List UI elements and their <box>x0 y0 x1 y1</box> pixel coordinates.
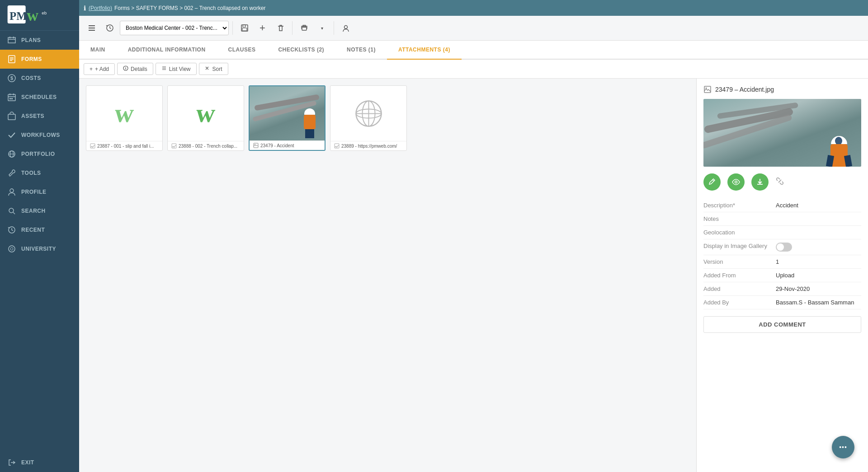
sidebar-label-tools: TOOLS <box>21 170 41 176</box>
sidebar-label-university: UNIVERSITY <box>21 246 56 252</box>
print-dropdown-button[interactable]: ▾ <box>314 20 330 36</box>
thumb-img-2: w <box>168 86 244 141</box>
svg-text:$: $ <box>10 75 14 81</box>
tab-notes[interactable]: NOTES (1) <box>335 41 387 60</box>
add-button[interactable]: + <box>255 20 270 36</box>
tab-main[interactable]: MAIN <box>79 41 117 60</box>
thumb-label-3: 23479 - Accident <box>250 140 325 150</box>
sidebar-item-assets[interactable]: ASSETS <box>0 107 79 126</box>
sidebar-item-university[interactable]: UNIVERSITY <box>0 239 79 258</box>
sidebar-item-plans[interactable]: PLANS <box>0 31 79 50</box>
info-description: Description* Accident <box>703 199 861 212</box>
toolbar-divider-1 <box>232 21 233 35</box>
info-added-by: Added By Bassam.S - Bassam Samman <box>703 296 861 309</box>
user-button[interactable] <box>338 20 354 36</box>
portfolio-link[interactable]: (Portfolio) <box>89 5 112 11</box>
history-button[interactable] <box>102 20 118 36</box>
notes-label: Notes <box>703 215 776 222</box>
tab-attachments[interactable]: ATTACHMENTS (4) <box>387 41 462 60</box>
svg-point-30 <box>255 144 255 145</box>
svg-rect-9 <box>11 98 13 99</box>
info-geolocation: Geolocation <box>703 226 861 239</box>
sub-toolbar: + + Add Details List View Sort <box>79 60 868 79</box>
sidebar-item-profile[interactable]: PROFILE <box>0 182 79 201</box>
attachment-card-1[interactable]: w 23887 - 001 - slip and fall i... <box>86 85 163 151</box>
recent-icon <box>7 225 17 235</box>
assets-icon <box>7 111 17 121</box>
svg-point-38 <box>706 88 707 89</box>
workflows-icon <box>7 130 17 140</box>
save-button[interactable] <box>236 20 252 36</box>
delete-button[interactable] <box>273 20 288 36</box>
sidebar-item-tools[interactable]: TOOLS <box>0 164 79 182</box>
forms-icon <box>7 54 17 64</box>
added-from-label: Added From <box>703 272 776 279</box>
info-notes: Notes <box>703 212 861 226</box>
tab-additional[interactable]: ADDITIONAL INFORMATION <box>117 41 217 60</box>
sidebar-item-forms[interactable]: FORMS <box>0 50 79 69</box>
svg-rect-8 <box>9 98 11 99</box>
sidebar-item-exit[interactable]: EXIT <box>0 453 79 472</box>
attachment-card-3[interactable]: ✓ 23479 - Accident <box>249 85 326 151</box>
thumb-label-4: 23889 - https://pmweb.com/ <box>330 141 406 150</box>
svg-point-17 <box>10 248 13 250</box>
sidebar-label-forms: FORMS <box>21 56 42 62</box>
plans-icon <box>7 35 17 45</box>
hamburger-button[interactable] <box>84 20 99 36</box>
sidebar-item-costs[interactable]: $ COSTS <box>0 69 79 88</box>
add-attachment-button[interactable]: + + Add <box>84 63 115 75</box>
detach-attachment-button[interactable] <box>775 177 784 188</box>
info-display-gallery: Display in Image Gallery <box>703 239 861 255</box>
info-added: Added 29-Nov-2020 <box>703 282 861 296</box>
svg-text:eb: eb <box>42 10 47 15</box>
university-icon <box>7 244 17 254</box>
added-by-label: Added By <box>703 299 776 306</box>
fab-icon: ••• <box>839 444 847 451</box>
view-attachment-button[interactable] <box>727 173 745 191</box>
sidebar-item-portfolio[interactable]: PORTFOLIO <box>0 145 79 164</box>
thumb-img-4 <box>330 86 406 141</box>
geolocation-label: Geolocation <box>703 229 776 236</box>
added-value: 29-Nov-2020 <box>776 285 861 292</box>
download-attachment-button[interactable] <box>751 173 769 191</box>
tab-clauses[interactable]: CLAUSES <box>217 41 267 60</box>
sidebar-item-schedules[interactable]: SCHEDULES <box>0 88 79 107</box>
info-added-from: Added From Upload <box>703 269 861 282</box>
display-gallery-toggle[interactable] <box>776 243 792 252</box>
costs-icon: $ <box>7 73 17 83</box>
list-view-button[interactable]: List View <box>156 63 197 75</box>
details-icon <box>123 65 128 72</box>
print-button[interactable] <box>296 20 312 36</box>
tab-checklists[interactable]: CHECKLISTS (2) <box>267 41 335 60</box>
sort-button[interactable]: Sort <box>199 63 228 75</box>
right-panel: 23479 – Accident.jpg <box>696 79 868 472</box>
svg-point-16 <box>9 246 15 252</box>
profile-icon <box>7 187 17 197</box>
details-button[interactable]: Details <box>117 63 153 75</box>
record-selector[interactable]: Boston Medical Center - 002 - Trenc... <box>120 21 229 35</box>
exit-icon <box>7 458 17 467</box>
attachment-card-2[interactable]: w 23888 - 002 - Trench collap... <box>167 85 244 151</box>
topbar: ℹ (Portfolio) Forms > SAFETY FORMS > 002… <box>79 0 868 16</box>
added-label: Added <box>703 285 776 292</box>
description-value: Accident <box>776 202 861 209</box>
sidebar-item-recent[interactable]: RECENT <box>0 220 79 239</box>
breadcrumb: (Portfolio) Forms > SAFETY FORMS > 002 –… <box>89 5 266 11</box>
svg-text:PM: PM <box>9 10 27 22</box>
svg-rect-7 <box>8 94 15 101</box>
svg-point-26 <box>125 67 126 68</box>
sidebar-label-recent: RECENT <box>21 227 45 233</box>
svg-point-14 <box>9 208 14 213</box>
sidebar-label-assets: ASSETS <box>21 113 44 119</box>
attachment-card-4[interactable]: 23889 - https://pmweb.com/ <box>330 85 407 151</box>
add-comment-button[interactable]: ADD COMMENT <box>703 316 861 333</box>
tools-icon <box>7 168 17 178</box>
sidebar-item-workflows[interactable]: WORKFLOWS <box>0 126 79 145</box>
toolbar-divider-3 <box>334 21 334 35</box>
edit-attachment-button[interactable] <box>703 173 721 191</box>
svg-point-13 <box>10 189 14 192</box>
fab-button[interactable]: ••• <box>832 436 854 458</box>
sidebar-item-search[interactable]: SEARCH <box>0 201 79 220</box>
panel-title: 23479 – Accident.jpg <box>703 85 861 93</box>
svg-rect-21 <box>242 28 247 31</box>
